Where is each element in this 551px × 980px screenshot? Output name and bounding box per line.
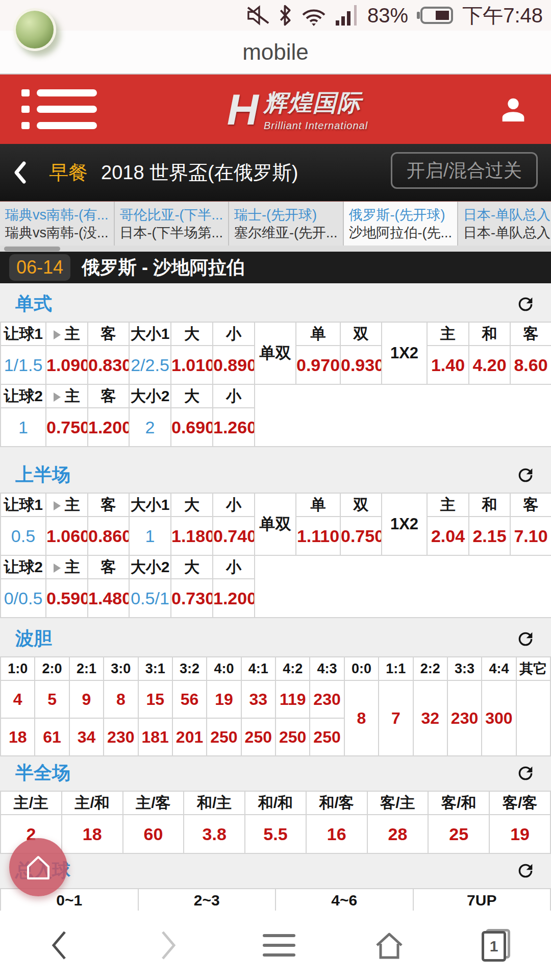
odds-cell[interactable]: 1.40 (427, 346, 469, 384)
score-odds-cell[interactable]: 19 (207, 680, 241, 718)
total_panel-header: 7UP (413, 889, 551, 912)
score-odds-cell[interactable]: 7 (379, 680, 413, 756)
odds-cell[interactable]: 8.60 (510, 346, 551, 384)
refresh-icon (515, 629, 536, 649)
odds-cell[interactable]: 4.20 (469, 346, 510, 384)
odds-cell[interactable]: 7.10 (510, 517, 551, 555)
htft_panel-odds-cell[interactable]: 18 (62, 815, 123, 853)
parlay-toggle-button[interactable]: 开启/混合过关 (391, 152, 538, 189)
nav-home-button[interactable] (371, 927, 407, 963)
tab-line1: 日本-单队总入... (463, 206, 551, 224)
refresh-button[interactable] (515, 465, 536, 485)
odds-cell[interactable]: 0.740 (213, 517, 255, 555)
odds-cell[interactable]: 1.180 (171, 517, 213, 555)
odds-cell[interactable]: 1.200 (88, 408, 129, 447)
nav-menu-button[interactable] (261, 927, 297, 963)
odds-cell[interactable]: 1.480 (88, 579, 129, 618)
odds-cell[interactable]: 0.690 (171, 408, 213, 447)
odds-cell[interactable]: 1.060 (46, 517, 88, 555)
tab-scrollbar[interactable] (0, 246, 551, 252)
score-odds-cell[interactable]: 33 (241, 680, 276, 718)
menu-icon[interactable] (21, 89, 98, 129)
odds-cell[interactable]: 0.970 (296, 346, 340, 384)
score-odds-cell[interactable]: 15 (138, 680, 172, 718)
odds-cell[interactable]: 2.15 (469, 517, 510, 555)
score-odds-cell[interactable]: 300 (482, 680, 516, 756)
score-odds-cell[interactable]: 61 (35, 718, 69, 756)
score-odds-cell[interactable]: 250 (276, 718, 310, 756)
page-title: mobile (242, 39, 309, 65)
match-tab[interactable]: 俄罗斯-(先开球)沙地阿拉伯-(先... (344, 202, 459, 246)
floating-home-button[interactable] (9, 838, 67, 896)
score-other-cell[interactable] (516, 680, 550, 756)
score-odds-cell[interactable]: 4 (1, 680, 35, 718)
htft_panel-odds-cell[interactable]: 60 (123, 815, 184, 853)
refresh-button[interactable] (515, 294, 536, 314)
score-odds-cell[interactable]: 5 (35, 680, 69, 718)
refresh-button[interactable] (515, 861, 536, 881)
odds-cell[interactable]: 0.890 (213, 346, 255, 384)
score-odds-cell[interactable]: 32 (413, 680, 447, 756)
score-odds-cell[interactable]: 18 (1, 718, 35, 756)
score-header: 4:4 (482, 657, 516, 680)
floating-ball-widget[interactable] (13, 8, 56, 51)
refresh-button[interactable] (515, 763, 536, 783)
score-odds-cell[interactable]: 34 (69, 718, 104, 756)
htft_panel-odds-cell[interactable]: 28 (367, 815, 429, 853)
score-odds-cell[interactable]: 250 (207, 718, 241, 756)
odds-cell[interactable]: 0.930 (340, 346, 382, 384)
score-odds-cell[interactable]: 8 (104, 680, 138, 718)
score-odds-cell[interactable]: 56 (172, 680, 207, 718)
score-odds-cell[interactable]: 9 (69, 680, 104, 718)
htft_panel-odds-cell[interactable]: 3.8 (184, 815, 245, 853)
odds-cell[interactable]: 0.590 (46, 579, 88, 618)
htft_panel-odds-cell[interactable]: 5.5 (245, 815, 306, 853)
back-icon[interactable] (13, 161, 27, 184)
col-header: 单 (296, 322, 340, 346)
tab-line1: 瑞士-(先开球) (234, 206, 338, 224)
col-header: 大小2 (129, 555, 171, 579)
tab-scrollbar-thumb[interactable] (4, 247, 60, 251)
odds-cell[interactable]: 0.830 (88, 346, 129, 384)
odds-cell[interactable]: 0.750 (46, 408, 88, 447)
match-tab[interactable]: 日本-单队总入...日本-单队总入... (458, 202, 551, 246)
refresh-button[interactable] (515, 629, 536, 649)
score-table: 1:02:02:13:03:13:24:04:14:24:30:01:12:23… (0, 656, 551, 756)
score-odds-cell[interactable]: 250 (241, 718, 276, 756)
odds-cell[interactable]: 1.260 (213, 408, 255, 447)
odds-cell[interactable]: 1.110 (296, 517, 340, 555)
odds-cell[interactable]: 0.750 (340, 517, 382, 555)
signal-icon (336, 5, 359, 26)
odds-cell[interactable]: 1.090 (46, 346, 88, 384)
score-odds-cell[interactable]: 230 (447, 680, 482, 756)
htft_panel-odds-cell[interactable]: 25 (428, 815, 489, 853)
score-odds-cell[interactable]: 181 (138, 718, 172, 756)
htft_panel-odds-cell[interactable]: 16 (306, 815, 367, 853)
score-odds-cell[interactable]: 201 (172, 718, 207, 756)
brand-logo-h: H (227, 87, 259, 131)
score-odds-cell[interactable]: 250 (310, 718, 344, 756)
odds-cell[interactable]: 0.730 (171, 579, 213, 618)
odds-cell[interactable]: 2.04 (427, 517, 469, 555)
col-header: 和 (469, 322, 510, 346)
odds-cell[interactable]: 1.010 (171, 346, 213, 384)
odds-cell[interactable]: 1.200 (213, 579, 255, 618)
oddeven-label: 单双 (255, 493, 296, 555)
htft_panel-odds-cell[interactable]: 19 (489, 815, 550, 853)
nav-forward-button[interactable] (151, 927, 187, 963)
nav-back-button[interactable] (41, 927, 77, 963)
score-odds-cell[interactable]: 8 (344, 680, 379, 756)
user-icon[interactable] (497, 93, 530, 126)
match-date: 06-14 (9, 254, 70, 281)
col-header: 让球1 (1, 493, 46, 517)
match-tab[interactable]: 哥伦比亚-(下半...日本-(下半场第... (115, 202, 230, 246)
section-title: 单式 (15, 291, 52, 316)
nav-tabs-button[interactable]: 1 (482, 929, 510, 962)
match-tab[interactable]: 瑞典vs南韩-(有...瑞典vs南韩-(没... (0, 202, 115, 246)
score-odds-cell[interactable]: 230 (104, 718, 138, 756)
score-odds-cell[interactable]: 119 (276, 680, 310, 718)
match-tab[interactable]: 瑞士-(先开球)塞尔维亚-(先开... (229, 202, 344, 246)
market-category[interactable]: 早餐 (49, 160, 88, 186)
score-odds-cell[interactable]: 230 (310, 680, 344, 718)
odds-cell[interactable]: 0.860 (88, 517, 129, 555)
